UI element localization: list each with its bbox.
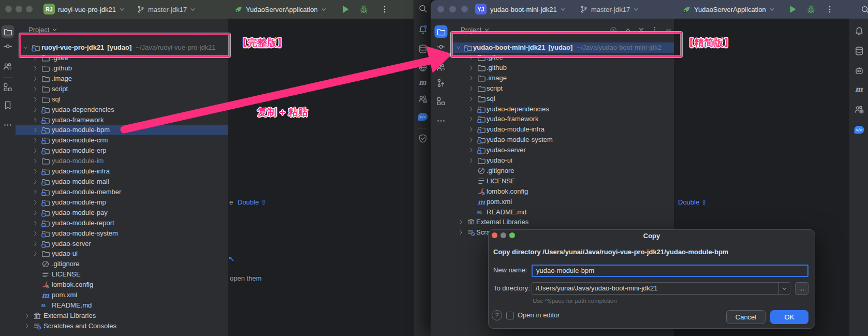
tree-item-README.md[interactable]: M↓README.md xyxy=(451,207,674,217)
project-switcher[interactable]: yudao-boot-mini-jdk21 xyxy=(490,0,566,19)
search-icon[interactable] xyxy=(860,5,868,14)
more-icon[interactable] xyxy=(436,116,446,126)
tree-item-sql[interactable]: sql xyxy=(451,94,674,104)
project-switcher[interactable]: ruoyi-vue-pro-jdk21 xyxy=(58,0,125,19)
git-icon[interactable] xyxy=(436,78,446,88)
robot-icon[interactable] xyxy=(854,66,864,76)
tree-item-LICENSE[interactable]: LICENSE xyxy=(451,176,674,186)
new-name-input[interactable]: yudao-module-bpm xyxy=(532,265,808,277)
commit-icon[interactable] xyxy=(436,42,446,52)
chevron-right-icon[interactable] xyxy=(33,158,39,164)
ai-assistant-icon[interactable]: </> xyxy=(854,125,864,135)
tree-item-yudao-module-erp[interactable]: yudao-module-erp xyxy=(16,145,228,156)
chevron-right-icon[interactable] xyxy=(468,106,475,112)
chevron-right-icon[interactable] xyxy=(33,168,39,174)
project-tool-icon[interactable] xyxy=(2,25,14,38)
tree-item-yudao-module-report[interactable]: yudao-module-report xyxy=(16,218,228,228)
chevron-right-icon[interactable] xyxy=(468,126,475,133)
browse-button[interactable]: ... xyxy=(795,282,808,295)
chevron-right-icon[interactable] xyxy=(33,117,39,123)
cancel-button[interactable]: Cancel xyxy=(726,310,766,324)
traffic-light-minimize[interactable] xyxy=(16,6,22,12)
chevron-right-icon[interactable] xyxy=(33,210,39,216)
bookmark-icon[interactable] xyxy=(3,100,13,110)
tree-item-External Libraries[interactable]: External Libraries xyxy=(451,217,674,227)
chevron-right-icon[interactable] xyxy=(24,313,31,319)
run-config-selector[interactable]: YudaoServerApplication xyxy=(682,0,775,19)
people-chat-icon[interactable] xyxy=(854,105,864,114)
tree-item-README.md[interactable]: M↓README.md xyxy=(16,300,228,311)
chevron-right-icon[interactable] xyxy=(24,323,31,329)
project-avatar[interactable]: YJ xyxy=(475,4,487,14)
chevron-right-icon[interactable] xyxy=(468,75,475,81)
run-button[interactable] xyxy=(341,5,350,14)
tree-item-.gitignore[interactable]: .gitignore xyxy=(16,259,228,269)
search-icon[interactable] xyxy=(418,4,428,13)
chevron-right-icon[interactable] xyxy=(33,251,39,257)
ok-button[interactable]: OK xyxy=(770,310,808,324)
tree-item-lombok.config[interactable]: lombok.config xyxy=(16,280,228,290)
tree-item-yudao-ui[interactable]: yudao-ui xyxy=(16,249,228,259)
chevron-right-icon[interactable] xyxy=(33,127,39,133)
debug-button[interactable] xyxy=(359,5,369,14)
tree-item-yudao-framework[interactable]: yudao-framework xyxy=(451,114,674,124)
notifications-icon[interactable] xyxy=(854,26,864,36)
database-icon[interactable] xyxy=(854,46,864,56)
more-actions-button[interactable] xyxy=(825,5,834,14)
traffic-light-zoom[interactable] xyxy=(461,6,468,12)
help-button[interactable]: ? xyxy=(492,310,502,320)
tree-item-External Libraries[interactable]: External Libraries xyxy=(16,311,228,321)
tree-item-lombok.config[interactable]: lombok.config xyxy=(451,186,674,197)
shield-icon[interactable] xyxy=(418,134,428,143)
tree-item-yudao-module-mall[interactable]: yudao-module-mall xyxy=(16,177,228,187)
code-with-me-icon[interactable]: ? xyxy=(436,63,446,72)
chevron-right-icon[interactable] xyxy=(33,96,39,103)
tree-item-yudao-ui[interactable]: yudao-ui xyxy=(451,155,674,166)
code-with-me-icon[interactable]: ? xyxy=(3,62,13,71)
tree-item-yudao-dependencies[interactable]: yudao-dependencies xyxy=(16,105,228,115)
commit-icon[interactable] xyxy=(3,41,13,51)
chevron-right-icon[interactable] xyxy=(33,137,39,143)
chevron-right-icon[interactable] xyxy=(33,86,39,92)
chevron-right-icon[interactable] xyxy=(33,179,39,185)
tree-item-yudao-server[interactable]: yudao-server xyxy=(451,145,674,155)
tree-item-yudao-module-mp[interactable]: yudao-module-mp xyxy=(16,197,228,208)
tree-item-pom.xml[interactable]: mpom.xml xyxy=(16,290,228,300)
chevron-right-icon[interactable] xyxy=(458,219,464,225)
people-chat-icon[interactable] xyxy=(418,94,428,104)
branch-switcher[interactable]: master-jdk17 xyxy=(580,0,639,19)
tree-item-yudao-module-infra[interactable]: yudao-module-infra xyxy=(16,166,228,177)
tree-item-.github[interactable]: .github xyxy=(16,63,228,74)
tree-item-pom.xml[interactable]: mpom.xml xyxy=(451,197,674,207)
chevron-right-icon[interactable] xyxy=(33,148,39,154)
chevron-right-icon[interactable] xyxy=(468,85,475,92)
tree-item-.github[interactable]: .github xyxy=(451,63,674,73)
run-config-selector[interactable]: YudaoServerApplication xyxy=(234,0,327,19)
more-actions-button[interactable] xyxy=(380,5,389,14)
chevron-right-icon[interactable] xyxy=(468,157,475,164)
ai-assistant-icon[interactable]: </> xyxy=(418,112,428,122)
tree-item-yudao-module-member[interactable]: yudao-module-member xyxy=(16,187,228,197)
chevron-down-icon[interactable] xyxy=(778,283,790,294)
traffic-light-zoom[interactable] xyxy=(26,6,33,12)
branch-switcher[interactable]: master-jdk17 xyxy=(137,0,196,19)
project-tool-icon[interactable] xyxy=(435,25,448,38)
tree-item-sql[interactable]: sql xyxy=(16,94,228,105)
traffic-light-close[interactable] xyxy=(437,6,444,12)
chevron-right-icon[interactable] xyxy=(33,199,39,206)
tree-item-Scratches and Consoles[interactable]: Scratches and Consoles xyxy=(16,321,228,331)
project-avatar[interactable]: RJ xyxy=(43,4,55,14)
chevron-right-icon[interactable] xyxy=(33,230,39,237)
traffic-light-minimize[interactable] xyxy=(449,6,456,12)
tree-item-yudao-module-infra[interactable]: yudao-module-infra xyxy=(451,124,674,135)
to-directory-combobox[interactable]: /Users/yunai/Java/yudao-boot-mini-jdk21 xyxy=(532,282,790,295)
chevron-right-icon[interactable] xyxy=(468,147,475,153)
tree-item-yudao-module-bpm[interactable]: yudao-module-bpm xyxy=(16,125,228,135)
project-panel-header[interactable]: Project xyxy=(28,26,57,34)
tree-item-.gitignore[interactable]: .gitignore xyxy=(451,166,674,176)
tree-item-yudao-dependencies[interactable]: yudao-dependencies xyxy=(451,104,674,114)
tree-item-script[interactable]: script xyxy=(451,83,674,94)
database-icon[interactable] xyxy=(418,44,428,54)
tree-item-script[interactable]: script xyxy=(16,84,228,94)
tree-item-LICENSE[interactable]: LICENSE xyxy=(16,269,228,280)
